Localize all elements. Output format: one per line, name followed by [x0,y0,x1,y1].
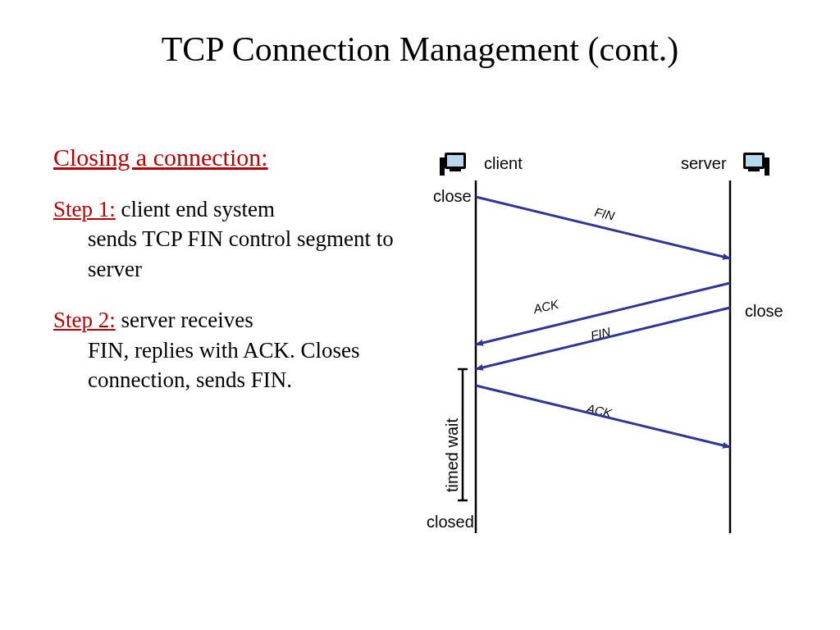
svg-line-6 [476,283,730,345]
step-2-label: Step 2: [53,308,116,332]
sequence-diagram: client server close close closed timed w… [427,148,788,558]
svg-line-7 [476,308,730,369]
diagram-svg [427,148,788,558]
step-1-label: Step 1: [53,197,116,221]
svg-line-5 [476,197,730,258]
closing-heading: Closing a connection: [53,144,268,171]
step-1: Step 1: client end system sends TCP FIN … [53,194,406,284]
slide: TCP Connection Management (cont.) Closin… [0,0,840,630]
step-2: Step 2: server receives FIN, replies wit… [53,305,406,395]
step-2-text-b: FIN, replies with ACK. Closes connection… [53,336,406,395]
svg-line-8 [476,386,730,447]
step-1-text-a: client end system [116,197,275,221]
step-1-text-b: sends TCP FIN control segment to server [53,224,406,284]
body-text: Closing a connection: Step 1: client end… [53,144,406,417]
slide-title: TCP Connection Management (cont.) [0,30,840,69]
step-2-text-a: server receives [116,308,253,332]
